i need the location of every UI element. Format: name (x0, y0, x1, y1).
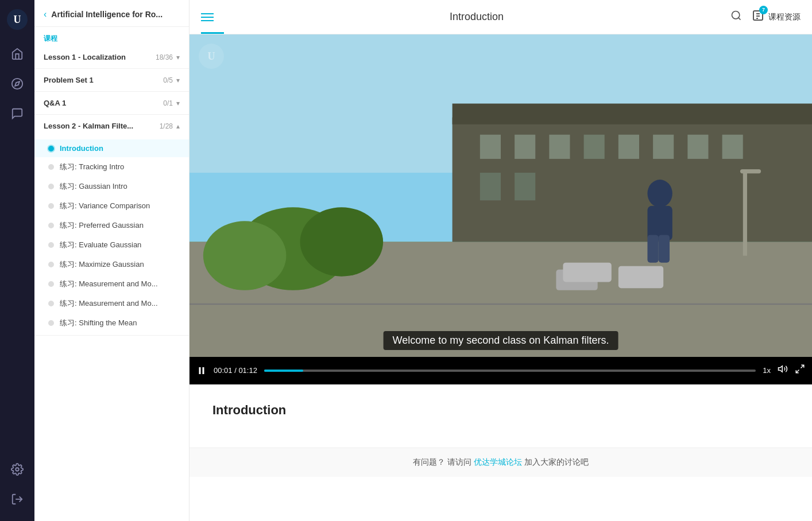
item-label-maximize-gaussian: 练习: Maximize Gaussian (60, 259, 144, 270)
playback-speed-button[interactable]: 1x (763, 366, 771, 375)
search-button[interactable] (730, 10, 742, 24)
sidebar-scroll-area: Lesson 1 - Localization 18/36 ▾ Problem … (34, 46, 189, 521)
item-dot-gaussian-intro (48, 184, 54, 189)
problem-set-1-title: Problem Set 1 (44, 76, 94, 84)
problem-set-1-section: Problem Set 1 0/5 ▾ (34, 69, 189, 92)
lesson-2-section: Lesson 2 - Kalman Filte... 1/28 ▴ Introd… (34, 115, 189, 336)
problem-set-1-meta: 0/5 ▾ (163, 76, 180, 84)
menu-button[interactable] (201, 13, 214, 21)
svg-rect-27 (722, 135, 743, 159)
lesson-1-chevron-icon: ▾ (176, 53, 180, 61)
lesson-2-item-measurement-1[interactable]: 练习: Measurement and Mo... (34, 274, 189, 294)
svg-point-6 (732, 11, 740, 19)
compass-nav-item[interactable] (5, 71, 30, 96)
lesson-2-item-measurement-2[interactable]: 练习: Measurement and Mo... (34, 294, 189, 313)
content-title: Introduction (212, 403, 789, 418)
svg-rect-32 (743, 173, 747, 256)
qa-1-title: Q&A 1 (44, 99, 66, 107)
lesson-2-item-introduction[interactable]: Introduction (34, 139, 189, 157)
lesson-2-item-shifting-mean[interactable]: 练习: Shifting the Mean (34, 313, 189, 333)
lesson-2-count: 1/28 (160, 122, 173, 130)
svg-rect-42 (199, 367, 201, 374)
video-controls: 00:01 / 01:12 1x (190, 357, 812, 384)
lesson-2-item-maximize-gaussian[interactable]: 练习: Maximize Gaussian (34, 255, 189, 274)
lesson-2-items: Introduction 练习: Tracking Intro 练习: Gaus… (34, 137, 189, 335)
svg-rect-31 (618, 266, 663, 289)
item-dot-introduction (48, 146, 54, 151)
forum-link[interactable]: 优达学城论坛 (474, 457, 522, 466)
lesson-2-item-gaussian-intro[interactable]: 练习: Gaussian Intro (34, 177, 189, 196)
svg-rect-23 (584, 135, 605, 159)
item-dot-measurement-2 (48, 301, 54, 306)
video-watermark: U (199, 44, 224, 69)
video-frame: U Welcome to my second class on Kalman f… (190, 34, 812, 384)
svg-point-34 (647, 180, 672, 207)
back-button[interactable]: ‹ (44, 9, 47, 20)
forum-nav-item[interactable] (5, 101, 30, 126)
svg-line-7 (738, 18, 741, 20)
app-logo[interactable]: U (7, 9, 28, 30)
svg-rect-22 (549, 135, 570, 159)
qa-1-count: 0/1 (163, 99, 173, 107)
svg-rect-37 (659, 235, 670, 262)
svg-rect-20 (480, 135, 501, 159)
play-pause-button[interactable] (196, 366, 207, 376)
svg-rect-39 (563, 263, 611, 282)
qa-1-header[interactable]: Q&A 1 0/1 ▾ (34, 92, 189, 114)
svg-line-46 (796, 370, 799, 373)
svg-rect-33 (740, 169, 761, 173)
lesson-2-header[interactable]: Lesson 2 - Kalman Filte... 1/28 ▴ (34, 115, 189, 137)
item-label-shifting-mean: 练习: Shifting the Mean (60, 318, 137, 328)
item-dot-measurement-1 (48, 281, 54, 287)
lesson-2-item-tracking-intro[interactable]: 练习: Tracking Intro (34, 157, 189, 177)
logout-nav-item[interactable] (5, 487, 30, 512)
main-content-area: Introduction 7 课程资源 (190, 0, 812, 521)
item-label-measurement-1: 练习: Measurement and Mo... (60, 279, 158, 289)
lesson-2-meta: 1/28 ▴ (160, 122, 180, 130)
svg-point-2 (12, 79, 22, 89)
item-dot-preferred-gaussian (48, 223, 54, 228)
item-label-evaluate-gaussian: 练习: Evaluate Gaussian (60, 240, 141, 250)
item-dot-tracking-intro (48, 164, 54, 170)
svg-rect-26 (687, 135, 708, 159)
item-dot-evaluate-gaussian (48, 242, 54, 248)
resource-button[interactable]: 7 课程资源 (751, 9, 801, 26)
icon-bar: U (0, 0, 34, 521)
svg-rect-43 (203, 367, 204, 374)
fullscreen-button[interactable] (795, 364, 805, 377)
item-label-variance: 练习: Variance Comparison (60, 201, 150, 211)
item-label-gaussian-intro: 练习: Gaussian Intro (60, 181, 127, 192)
svg-rect-21 (515, 135, 535, 159)
svg-marker-44 (779, 366, 783, 372)
svg-line-45 (801, 366, 804, 368)
lesson-1-header[interactable]: Lesson 1 - Localization 18/36 ▾ (34, 46, 189, 68)
svg-rect-24 (618, 135, 639, 159)
lesson-2-item-evaluate-gaussian[interactable]: 练习: Evaluate Gaussian (34, 235, 189, 255)
svg-point-4 (16, 468, 19, 471)
resource-label: 课程资源 (768, 12, 801, 22)
settings-nav-item[interactable] (5, 457, 30, 482)
qa-1-chevron-icon: ▾ (176, 99, 180, 107)
video-progress-fill (264, 370, 304, 372)
item-dot-maximize-gaussian (48, 262, 54, 267)
topbar: Introduction 7 课程资源 (190, 0, 812, 34)
svg-text:U: U (208, 50, 215, 62)
resource-icon: 7 (751, 9, 765, 26)
volume-button[interactable] (778, 364, 788, 377)
lesson-2-item-preferred-gaussian[interactable]: 练习: Preferred Gaussian (34, 216, 189, 235)
item-dot-variance (48, 203, 54, 209)
problem-set-1-header[interactable]: Problem Set 1 0/5 ▾ (34, 69, 189, 91)
lesson-2-item-variance[interactable]: 练习: Variance Comparison (34, 196, 189, 216)
video-progress-bar[interactable] (264, 370, 756, 372)
home-nav-item[interactable] (5, 41, 30, 67)
sidebar-course-title: Artificial Intelligence for Ro... (51, 10, 180, 19)
forum-text-before: 有问题？ 请访问 (413, 457, 474, 466)
video-container: U Welcome to my second class on Kalman f… (190, 34, 812, 384)
svg-rect-25 (653, 135, 674, 159)
sidebar-header: ‹ Artificial Intelligence for Ro... (34, 0, 189, 27)
qa-1-meta: 0/1 ▾ (163, 99, 180, 107)
forum-bar: 有问题？ 请访问 优达学城论坛 加入大家的讨论吧 (190, 448, 812, 477)
topbar-actions: 7 课程资源 (730, 9, 801, 26)
sidebar-section-label: 课程 (34, 27, 189, 46)
svg-marker-3 (15, 81, 20, 86)
